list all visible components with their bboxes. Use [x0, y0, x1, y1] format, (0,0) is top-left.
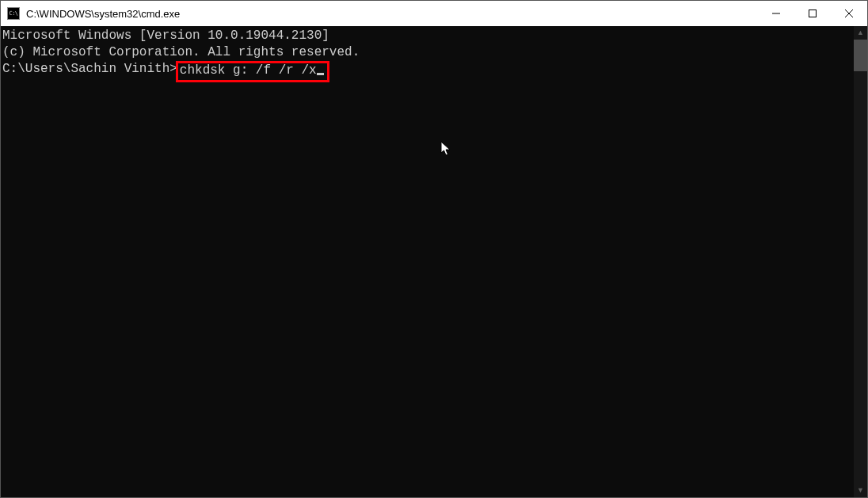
terminal-output[interactable]: Microsoft Windows [Version 10.0.19044.21… [1, 26, 854, 497]
svg-rect-1 [809, 10, 817, 17]
close-button[interactable] [831, 1, 867, 26]
chevron-up-icon: ▲ [857, 29, 864, 36]
scroll-up-button[interactable]: ▲ [854, 26, 867, 40]
scrollbar-thumb[interactable] [854, 40, 867, 71]
version-line: Microsoft Windows [Version 10.0.19044.21… [2, 28, 854, 44]
vertical-scrollbar[interactable]: ▲ ▼ [854, 26, 867, 497]
scroll-down-button[interactable]: ▼ [854, 484, 867, 497]
mouse-cursor-icon [379, 124, 390, 140]
chevron-down-icon: ▼ [857, 487, 864, 494]
cmd-window: C:\ C:\WINDOWS\system32\cmd.exe Microsof… [0, 0, 868, 498]
titlebar[interactable]: C:\ C:\WINDOWS\system32\cmd.exe [1, 1, 867, 26]
command-text: chkdsk g: /f /r /x [180, 63, 317, 78]
minimize-icon [772, 10, 780, 17]
maximize-icon [809, 10, 817, 17]
prompt-text: C:\Users\Sachin Vinith> [2, 62, 177, 76]
copyright-line: (c) Microsoft Corporation. All rights re… [2, 44, 854, 61]
minimize-button[interactable] [758, 1, 794, 26]
prompt-line: C:\Users\Sachin Vinith>chkdsk g: /f /r /… [2, 61, 854, 82]
window-controls [758, 1, 867, 26]
command-highlight: chkdsk g: /f /r /x [176, 61, 329, 82]
content-area: Microsoft Windows [Version 10.0.19044.21… [1, 26, 867, 497]
window-title: C:\WINDOWS\system32\cmd.exe [26, 8, 180, 20]
scrollbar-track[interactable] [854, 40, 867, 484]
text-cursor [317, 73, 324, 75]
cmd-icon: C:\ [7, 7, 20, 20]
close-icon [845, 10, 853, 17]
maximize-button[interactable] [794, 1, 831, 26]
